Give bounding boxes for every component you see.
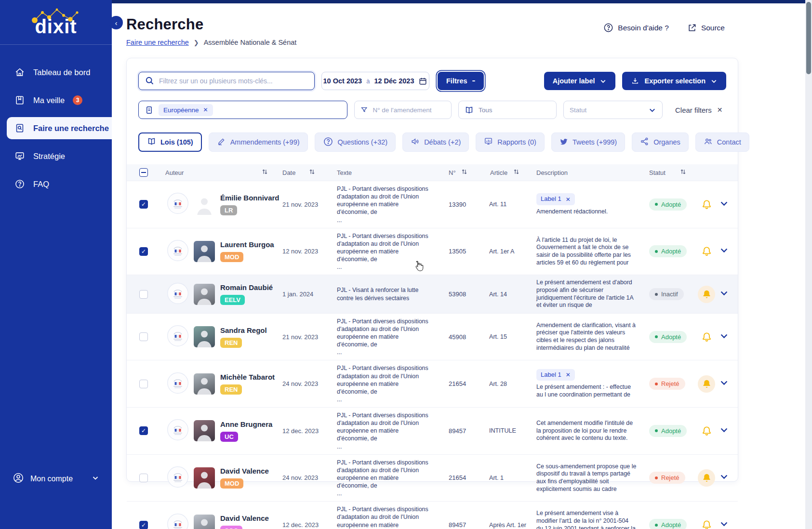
bell-filled-icon[interactable] <box>698 469 715 487</box>
tab-label: Débats (+2) <box>424 138 461 146</box>
tab-rapports-0[interactable]: Rapports (0) <box>476 132 545 152</box>
date-cell: 24 nov. 2023 <box>275 380 322 387</box>
tab-contact[interactable]: Contact <box>695 132 749 152</box>
column-label: Texte <box>337 169 352 176</box>
row-checkbox[interactable]: ✓ <box>139 426 148 435</box>
sidebar-item-faq[interactable]: FAQ <box>0 173 112 195</box>
author-name: David Valence <box>220 467 269 475</box>
row-checkbox[interactable]: ✓ <box>139 200 148 209</box>
bell-filled-icon[interactable] <box>698 375 715 393</box>
expand-row-chevron-icon[interactable] <box>719 289 729 300</box>
number-cell: 89457 <box>431 427 475 435</box>
tab-tweets-999[interactable]: Tweets (+999) <box>551 132 625 152</box>
sort-icon[interactable] <box>308 168 316 177</box>
expand-row-chevron-icon[interactable] <box>719 199 729 210</box>
row-checkbox[interactable] <box>139 332 148 341</box>
result-tabs: Lois (105)Ammendements (+99)Questions (+… <box>138 132 726 152</box>
status-cell: Adopté <box>640 245 693 257</box>
scrollbar-thumb[interactable] <box>806 2 811 74</box>
add-label-button[interactable]: Ajouter label <box>544 72 616 90</box>
document-icon <box>145 106 154 115</box>
clear-filters-button[interactable]: Clear filters ✕ <box>675 101 723 119</box>
expand-row-chevron-icon[interactable] <box>719 331 729 343</box>
tab-questions-32[interactable]: Questions (+32) <box>315 132 396 152</box>
assemblee-nationale-logo <box>167 193 188 216</box>
author-avatar <box>194 467 215 489</box>
source-link[interactable]: Source <box>687 23 725 33</box>
article-cell: Art. 11 <box>475 201 527 208</box>
tab-label: Lois (105) <box>160 138 193 146</box>
amendment-number-input[interactable] <box>373 106 445 114</box>
row-checkbox[interactable] <box>139 380 148 388</box>
sidebar-item-ma-veille[interactable]: Ma veille3 <box>0 89 112 111</box>
sidebar-item-strategie[interactable]: Stratégie <box>0 145 112 167</box>
sort-icon[interactable] <box>513 168 520 177</box>
status-badge: Adopté <box>649 519 687 529</box>
row-checkbox[interactable] <box>139 290 148 299</box>
expand-row-chevron-icon[interactable] <box>719 519 729 529</box>
select-all-checkbox[interactable] <box>139 168 148 177</box>
bell-outline-icon[interactable] <box>701 331 712 343</box>
row-checkbox[interactable] <box>139 474 148 482</box>
filters-button-label: Filtres <box>446 77 467 85</box>
sort-icon[interactable] <box>461 168 468 177</box>
expand-row-chevron-icon[interactable] <box>719 425 729 436</box>
remove-label-icon[interactable]: ✕ <box>566 372 571 378</box>
results-table: AuteurDateTexteN°ArticleDescriptionStatu… <box>127 164 738 529</box>
dixit-logo[interactable]: dixit <box>27 5 85 35</box>
text-type-filter[interactable]: Européenne ✕ <box>138 101 347 119</box>
breadcrumb-current: Assemblée Nationale & Sénat <box>204 39 297 46</box>
account-menu[interactable]: Mon compte <box>0 472 112 486</box>
breadcrumb-link[interactable]: Faire une recherche <box>126 39 189 46</box>
date-range-picker[interactable]: 10 Oct 2023 à 12 Déc 2023 <box>321 72 429 90</box>
assemblee-nationale-logo <box>167 240 188 263</box>
row-label-tag[interactable]: Label 1✕ <box>536 193 575 205</box>
amendment-number-filter <box>354 101 452 119</box>
remove-label-icon[interactable]: ✕ <box>566 197 571 202</box>
tab-organes[interactable]: Organes <box>632 132 689 152</box>
tab-debats-2[interactable]: Débats (+2) <box>402 132 469 152</box>
description-cell: Label 1✕Amendement rédactionnel. <box>527 193 640 215</box>
bell-outline-icon[interactable] <box>701 519 712 529</box>
row-label-tag[interactable]: Label 1✕ <box>536 369 575 381</box>
tab-ammendements-99[interactable]: Ammendements (+99) <box>209 132 308 152</box>
column-label: Article <box>490 169 507 176</box>
calendar-icon <box>418 77 427 86</box>
table-row: David ValenceMOD24 nov. 2023PJL - Portan… <box>127 454 738 502</box>
scope-filter[interactable]: Tous <box>458 101 557 119</box>
export-selection-button[interactable]: Exporter selection <box>622 72 726 90</box>
help-link[interactable]: Besoin d'aide ? <box>603 23 669 33</box>
author-cell: Sandra RegolREN <box>160 325 275 348</box>
search-icon <box>145 76 155 88</box>
bell-outline-icon[interactable] <box>701 199 712 210</box>
row-checkbox[interactable]: ✓ <box>139 521 148 529</box>
expand-row-chevron-icon[interactable] <box>719 246 729 257</box>
row-checkbox[interactable]: ✓ <box>139 247 148 256</box>
sidebar-item-faire-une-recherche[interactable]: Faire une recherche <box>7 117 112 139</box>
bell-outline-icon[interactable] <box>701 246 712 257</box>
texte-cell: PJL - Portant diverses dispositions d'ad… <box>322 185 431 224</box>
description-text: Amendement rédactionnel. <box>536 208 608 215</box>
search-input[interactable] <box>138 72 315 90</box>
status-dot-icon <box>655 293 658 296</box>
sort-icon[interactable] <box>679 168 687 177</box>
tab-lois-105[interactable]: Lois (105) <box>138 132 202 152</box>
filters-button[interactable]: Filtres <box>438 72 484 90</box>
filter-tag-europeenne[interactable]: Européenne ✕ <box>159 104 213 116</box>
number-cell: 13390 <box>431 201 475 208</box>
remove-tag-icon[interactable]: ✕ <box>203 107 208 113</box>
texte-cell: PJL - Portant diverses dispositions d'ad… <box>322 364 431 403</box>
expand-row-chevron-icon[interactable] <box>719 472 729 483</box>
party-badge: LR <box>220 205 237 215</box>
bell-filled-icon[interactable] <box>698 286 715 303</box>
table-row: Romain DaubiéEELV1 jan. 2024PJL - Visant… <box>127 275 738 313</box>
bell-outline-icon[interactable] <box>701 425 712 436</box>
column-header-n: N° <box>431 168 475 177</box>
sidebar-item-tableau-de-bord[interactable]: Tableau de bord <box>0 61 112 83</box>
table-row: Michèle TabarotREN24 nov. 2023PJL - Port… <box>127 360 738 407</box>
sort-icon[interactable] <box>261 168 268 177</box>
column-header-article: Article <box>475 168 527 177</box>
status-filter-select[interactable]: Statut <box>563 101 663 119</box>
expand-row-chevron-icon[interactable] <box>719 378 729 389</box>
sidebar-collapse-button[interactable]: ‹ <box>109 16 123 29</box>
